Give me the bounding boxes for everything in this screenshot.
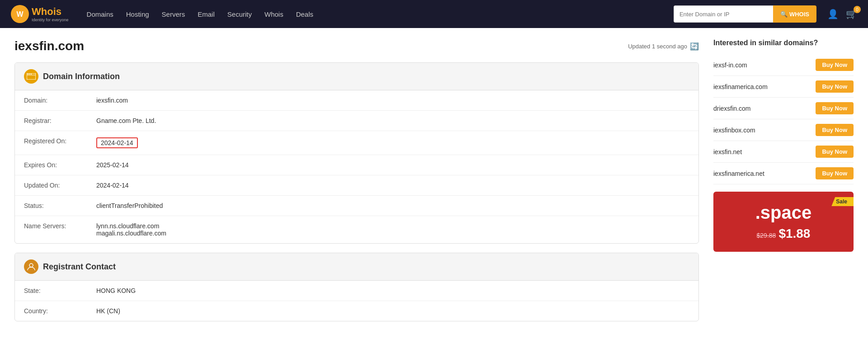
domain-info-title: Domain Information: [43, 72, 120, 81]
nav-item-deals[interactable]: Deals: [291, 8, 319, 21]
similar-domain-item: iexsf-in.com Buy Now: [713, 54, 854, 76]
similar-domain-item: iexsfinbox.com Buy Now: [713, 119, 854, 141]
table-row: Domain: iexsfin.com: [15, 90, 698, 111]
sale-price-row: $29.88 $1.88: [722, 226, 844, 241]
country-value: HK (CN): [87, 301, 698, 321]
state-value: HONG KONG: [87, 281, 698, 301]
table-row: Status: clientTransferProhibited: [15, 196, 698, 216]
search-button[interactable]: 🔍 WHOIS: [773, 5, 816, 23]
similar-domain-item: iexsfin.net Buy Now: [713, 141, 854, 163]
svg-point-6: [31, 74, 32, 75]
nav-item-servers[interactable]: Servers: [156, 8, 191, 21]
status-value: clientTransferProhibited: [87, 196, 698, 216]
search-icon: 🔍: [780, 11, 788, 18]
domain-info-header: Domain Information: [15, 63, 698, 90]
status-label: Status:: [15, 196, 87, 216]
similar-domain-name: iexsfinamerica.com: [713, 83, 768, 90]
nav-item-hosting[interactable]: Hosting: [121, 8, 155, 21]
registrant-contact-header: Registrant Contact: [15, 253, 698, 281]
buy-now-button-5[interactable]: Buy Now: [816, 167, 854, 179]
similar-domains-title: Interested in similar domains?: [713, 39, 854, 47]
sale-tag: Sale: [831, 197, 854, 206]
sale-old-price: $29.88: [757, 232, 776, 239]
search-area: 🔍 WHOIS: [674, 5, 816, 23]
logo[interactable]: W Whois Identity for everyone: [11, 5, 69, 23]
cart-badge: 0: [854, 6, 861, 13]
registrant-contact-title: Registrant Contact: [43, 262, 116, 272]
similar-domain-name: iexsfinamerica.net: [713, 170, 764, 177]
buy-now-button-2[interactable]: Buy Now: [816, 102, 854, 114]
table-row: Registered On: 2024-02-14: [15, 131, 698, 155]
table-row: Registrar: Gname.com Pte. Ltd.: [15, 111, 698, 131]
buy-now-button-0[interactable]: Buy Now: [816, 59, 854, 71]
registered-on-value: 2024-02-14: [87, 131, 698, 155]
logo-brand: Whois: [32, 6, 69, 18]
nav-item-email[interactable]: Email: [192, 8, 220, 21]
updated-info: Updated 1 second ago 🔄: [628, 42, 699, 51]
user-icon: 👤: [827, 9, 839, 19]
nav-item-security[interactable]: Security: [222, 8, 257, 21]
updated-on-label: Updated On:: [15, 175, 87, 196]
main-content: iexsfin.com Updated 1 second ago 🔄: [0, 28, 868, 339]
nav-icons: 👤 🛒 0: [827, 9, 857, 19]
similar-domain-name: driexsfin.com: [713, 105, 750, 112]
sale-new-price: $1.88: [778, 226, 810, 241]
updated-on-value: 2024-02-14: [87, 175, 698, 196]
registrant-contact-icon: [24, 259, 38, 274]
svg-point-7: [29, 264, 33, 267]
registrar-label: Registrar:: [15, 111, 87, 131]
updated-text: Updated 1 second ago: [628, 43, 687, 50]
domain-value: iexsfin.com: [87, 90, 698, 111]
logo-icon: W: [11, 5, 29, 23]
registrar-value: Gname.com Pte. Ltd.: [87, 111, 698, 131]
search-button-label: WHOIS: [789, 11, 809, 18]
expires-on-value: 2025-02-14: [87, 155, 698, 175]
registered-on-highlighted: 2024-02-14: [96, 137, 138, 148]
registrant-contact-card: Registrant Contact State: HONG KONG Coun…: [14, 253, 699, 321]
domain-info-card: Domain Information Domain: iexsfin.com R…: [14, 62, 699, 244]
page-title: iexsfin.com: [14, 39, 84, 53]
sale-banner: Sale .space $29.88 $1.88: [713, 192, 854, 252]
domain-info-table: Domain: iexsfin.com Registrar: Gname.com…: [15, 90, 698, 243]
registrant-table: State: HONG KONG Country: HK (CN): [15, 281, 698, 321]
expires-on-label: Expires On:: [15, 155, 87, 175]
navbar: W Whois Identity for everyone Domains Ho…: [0, 0, 868, 28]
nav-item-domains[interactable]: Domains: [81, 8, 119, 21]
buy-now-button-4[interactable]: Buy Now: [816, 146, 854, 158]
registered-on-label: Registered On:: [15, 131, 87, 155]
table-row: Expires On: 2025-02-14: [15, 155, 698, 175]
refresh-icon[interactable]: 🔄: [690, 42, 699, 51]
nav-links: Domains Hosting Servers Email Security W…: [81, 8, 670, 21]
cart-icon-button[interactable]: 🛒 0: [846, 9, 857, 19]
sale-domain-extension: .space: [722, 202, 844, 223]
similar-domain-item: iexsfinamerica.net Buy Now: [713, 163, 854, 184]
ns2: magali.ns.cloudflare.com: [96, 230, 166, 237]
right-panel: Interested in similar domains? iexsf-in.…: [713, 39, 854, 330]
similar-domain-name: iexsfin.net: [713, 148, 742, 155]
table-row: State: HONG KONG: [15, 281, 698, 301]
logo-tagline: Identity for everyone: [32, 18, 69, 22]
similar-domain-item: iexsfinamerica.com Buy Now: [713, 76, 854, 98]
table-row: Name Servers: lynn.ns.cloudflare.com mag…: [15, 216, 698, 244]
table-row: Country: HK (CN): [15, 301, 698, 321]
search-input[interactable]: [674, 5, 773, 23]
similar-domain-name: iexsf-in.com: [713, 61, 747, 69]
svg-point-5: [29, 74, 30, 75]
domain-label: Domain:: [15, 90, 87, 111]
svg-point-4: [28, 74, 28, 75]
buy-now-button-3[interactable]: Buy Now: [816, 124, 854, 136]
nameservers-label: Name Servers:: [15, 216, 87, 244]
user-icon-button[interactable]: 👤: [827, 9, 839, 19]
ns1: lynn.ns.cloudflare.com: [96, 222, 159, 230]
country-label: Country:: [15, 301, 87, 321]
buy-now-button-1[interactable]: Buy Now: [816, 80, 854, 93]
left-panel: iexsfin.com Updated 1 second ago 🔄: [14, 39, 699, 330]
similar-domain-name: iexsfinbox.com: [713, 127, 755, 134]
table-row: Updated On: 2024-02-14: [15, 175, 698, 196]
svg-text:W: W: [16, 10, 24, 18]
page-title-row: iexsfin.com Updated 1 second ago 🔄: [14, 39, 699, 53]
domain-info-icon: [24, 69, 38, 84]
nav-item-whois[interactable]: Whois: [259, 8, 289, 21]
nameservers-value: lynn.ns.cloudflare.com magali.ns.cloudfl…: [87, 216, 698, 244]
state-label: State:: [15, 281, 87, 301]
